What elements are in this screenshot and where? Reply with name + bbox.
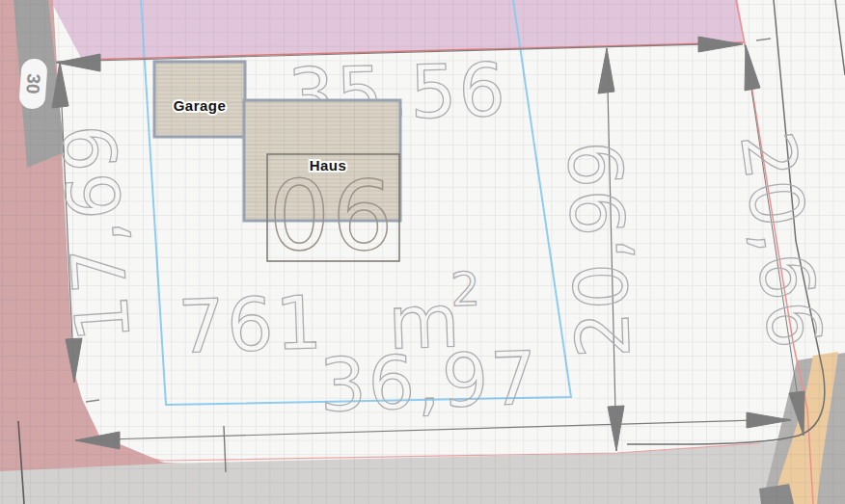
haus-label: Haus: [310, 157, 347, 173]
garage-label: Garage: [174, 97, 227, 114]
site-plan-svg: 35,56 17,69 20,99 20,66 36,97 761 m 2 06…: [0, 0, 845, 504]
grid-overlay: [0, 0, 845, 504]
speed-sign-30: 30: [18, 58, 48, 110]
speed-sign-value: 30: [22, 73, 43, 95]
map-canvas[interactable]: 35,56 17,69 20,99 20,66 36,97 761 m 2 06…: [0, 0, 845, 504]
